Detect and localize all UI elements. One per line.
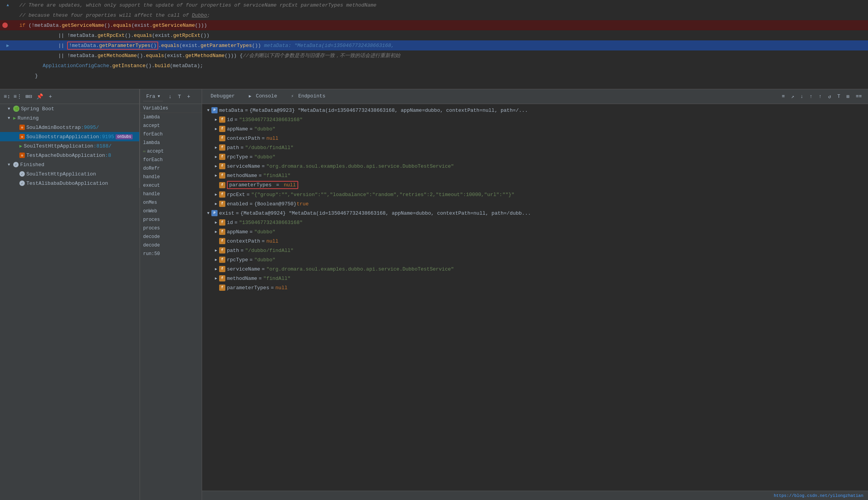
var-name-method1: methodName	[227, 173, 257, 179]
expand-icon-exist-id[interactable]: ▶	[213, 220, 219, 225]
expand-icon-rpcext1[interactable]: ▶	[213, 192, 219, 197]
var-row-exist-method[interactable]: ▶ f methodName = "findAll"	[202, 274, 868, 283]
tree-structure-icon[interactable]: ⊞⊟	[25, 93, 33, 101]
frame-item-run50[interactable]: run:50	[140, 250, 202, 258]
sidebar-item-soul-test-http[interactable]: ▶ SoulTestHttpApplication :8188/	[0, 141, 139, 151]
add-icon[interactable]: +	[47, 93, 54, 101]
variables-content[interactable]: ▼ P metaData = {MetaData@9923} "MetaData…	[202, 104, 868, 491]
var-row-servicename1[interactable]: ▶ f serviceName = "org.dromara.soul.exam…	[202, 161, 868, 171]
var-row-exist-svc[interactable]: ▶ f serviceName = "org.dromara.soul.exam…	[202, 264, 868, 274]
var-row-rpctype1[interactable]: ▶ f rpcType = "dubbo"	[202, 152, 868, 161]
frame-item-foreach1[interactable]: forEach	[140, 130, 202, 139]
expand-icon-exist-path[interactable]: ▶	[213, 248, 219, 253]
var-row-path1[interactable]: ▶ f path = "/dubbo/findAll"	[202, 143, 868, 152]
frame-item-handle2[interactable]: handle	[140, 190, 202, 198]
variables-label: Variables	[143, 106, 168, 111]
sidebar-item-test-apache[interactable]: ⚙ TestApacheDubboApplication :8	[0, 151, 139, 160]
expand-icon-id1[interactable]: ▶	[213, 117, 219, 122]
var-row-methodname1[interactable]: ▶ f methodName = "findAll"	[202, 171, 868, 180]
obj-icon-exist: P	[211, 210, 218, 216]
breakpoint-icon[interactable]	[2, 23, 8, 28]
sort-icon[interactable]: ≡↕	[3, 93, 11, 101]
frame-item-decode2[interactable]: decode	[140, 241, 202, 250]
var-row-metadata[interactable]: ▼ P metaData = {MetaData@9923} "MetaData…	[202, 106, 868, 115]
type-icon[interactable]: T	[836, 93, 842, 100]
sidebar-item-finished-soul-test[interactable]: ✓ SoulTestHttpApplication	[0, 169, 139, 179]
var-row-paramtypes1[interactable]: f parameterTypes = null	[202, 180, 868, 190]
frames-list[interactable]: lambda accept forEach lambda ∞ accept fo…	[140, 113, 202, 500]
var-row-exist-path[interactable]: ▶ f path = "/dubbo/findAll"	[202, 246, 868, 255]
var-name-exist-ctx: contextPath	[227, 238, 260, 244]
frame-item-proces1[interactable]: proces	[140, 215, 202, 224]
var-row-exist[interactable]: ▼ P exist = {MetaData@9924} "MetaData(id…	[202, 208, 868, 218]
expand-icon-appname1[interactable]: ▶	[213, 127, 219, 131]
tab-endpoints[interactable]: ⚡ Endpoints	[287, 92, 329, 101]
expand-icon-exist-svc[interactable]: ▶	[213, 267, 219, 271]
soul-admin-label: SoulAdminBootstrap	[26, 125, 81, 130]
lines-icon[interactable]: ≡≡	[854, 93, 863, 100]
resume-icon[interactable]: ↑	[817, 93, 823, 100]
frame-item-dorefr[interactable]: doRefr	[140, 164, 202, 173]
expand-icon-method1[interactable]: ▶	[213, 173, 219, 178]
expand-icon-exist-method[interactable]: ▶	[213, 276, 219, 281]
step-out-icon[interactable]: ↑	[808, 93, 814, 100]
var-row-contextpath1[interactable]: f contextPath = null	[202, 134, 868, 143]
frames-down-icon[interactable]: ↓	[166, 93, 174, 101]
field-icon-exist-svc: f	[219, 266, 225, 272]
var-row-exist-ctx[interactable]: f contextPath = null	[202, 236, 868, 246]
frames-add-icon[interactable]: +	[185, 93, 192, 101]
sidebar-item-finished-alibaba[interactable]: ✓ TestAlibabaDubboApplication	[0, 179, 139, 188]
var-row-exist-appname[interactable]: ▶ f appName = "dubbo"	[202, 227, 868, 236]
frame-item-onweb[interactable]: onWeb	[140, 207, 202, 215]
run-icon-2: ▶	[19, 143, 22, 149]
var-row-id1[interactable]: ▶ f id = "1350467732438663168"	[202, 115, 868, 124]
expand-icon-svc1[interactable]: ▶	[213, 164, 219, 168]
running-group[interactable]: ▼ ▶ Running	[0, 113, 139, 123]
frame-item-decode1[interactable]: decode	[140, 233, 202, 241]
frames-filter-icon[interactable]: ⊤	[175, 93, 183, 101]
var-row-exist-rpctype[interactable]: ▶ f rpcType = "dubbo"	[202, 255, 868, 264]
var-row-appname1[interactable]: ▶ f appName = "dubbo"	[202, 124, 868, 134]
var-name-exist-id: id	[227, 220, 233, 226]
filter-lines-icon[interactable]: ≡⋮	[14, 93, 22, 101]
expand-icon-path1[interactable]: ▶	[213, 145, 219, 150]
finished-group[interactable]: ▼ ✓ Finished	[0, 160, 139, 169]
frame-item-lambda1[interactable]: lambda	[140, 113, 202, 122]
sidebar-item-soul-bootstrap[interactable]: ⚙ SoulBootstrapApplication :9195 onSubs	[0, 132, 139, 141]
expand-icon-enabled1[interactable]: ▶	[213, 201, 219, 206]
tab-console[interactable]: ▶ Console	[245, 92, 281, 101]
frame-item-accept1[interactable]: accept	[140, 122, 202, 130]
expand-icon-rpctype1[interactable]: ▶	[213, 155, 219, 159]
expand-icon-exist-app[interactable]: ▶	[213, 229, 219, 234]
var-row-exist-id[interactable]: ▶ f id = "1350467732438663168"	[202, 218, 868, 227]
var-name-exist-path: path	[227, 248, 239, 253]
expand-icon-exist[interactable]: ▼	[205, 211, 211, 215]
var-row-rpcext1[interactable]: ▶ f rpcExt = "{"group":"","version":"","…	[202, 190, 868, 199]
frame-item-onmes[interactable]: onMes	[140, 198, 202, 207]
frame-item-proces2[interactable]: proces	[140, 224, 202, 233]
var-row-enabled1[interactable]: ▶ f enabled = {Boolean@9750} true	[202, 199, 868, 208]
tab-debugger[interactable]: Debugger	[207, 92, 239, 101]
expand-icon-metadata[interactable]: ▼	[205, 108, 211, 113]
frame-item-handle1[interactable]: handle	[140, 173, 202, 181]
spring-boot-root[interactable]: ▼ 🌿 Spring Boot	[0, 104, 139, 113]
frames-dropdown[interactable]: Fra ▼	[143, 92, 163, 101]
step-over-icon[interactable]: ↗	[790, 93, 796, 101]
finished-soul-test-label: SoulTestHttpApplication	[26, 171, 96, 177]
frame-item-lambda2[interactable]: lambda	[140, 139, 202, 147]
expand-icon-exist-rpctype[interactable]: ▶	[213, 257, 219, 262]
pin-icon[interactable]: 📌	[36, 93, 43, 101]
frame-item-foreach2[interactable]: forEach	[140, 156, 202, 164]
rotate-icon[interactable]: ↺	[827, 93, 833, 101]
menu-icon[interactable]: ≡	[780, 93, 787, 100]
var-row-exist-param[interactable]: f parameterTypes = null	[202, 283, 868, 292]
code-if-condition: (!metaData.getServiceName().equals(exist…	[28, 23, 207, 28]
frame-item-execut[interactable]: execut	[140, 181, 202, 190]
frame-item-accept2[interactable]: ∞ accept	[140, 147, 202, 156]
step-into-icon[interactable]: ↓	[799, 93, 805, 100]
grid-icon[interactable]: ⊞	[845, 93, 851, 101]
url-label: https://blog.csdn.net/yilongzhatian	[774, 493, 863, 498]
field-icon-svc1: f	[219, 163, 225, 169]
sidebar-item-soul-admin[interactable]: ⚙ SoulAdminBootstrap :9095/	[0, 123, 139, 132]
finished-icon-2: ✓	[19, 171, 25, 177]
